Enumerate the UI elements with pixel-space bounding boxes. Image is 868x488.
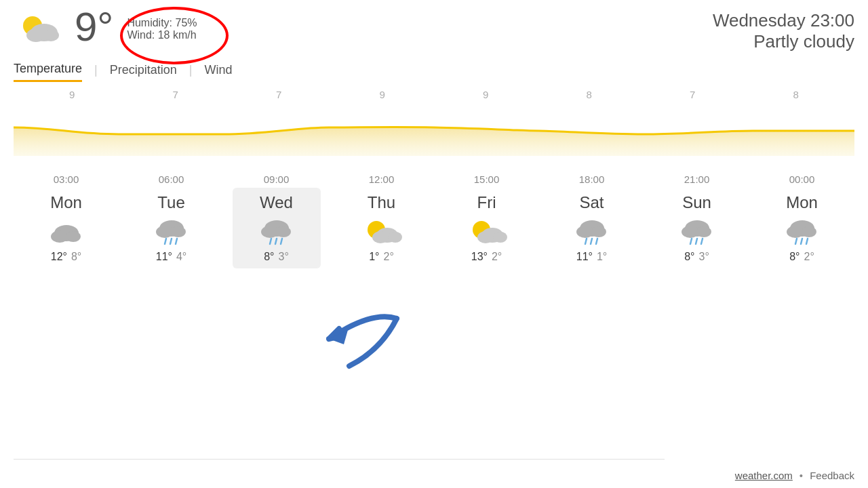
svg-line-31 (591, 239, 592, 244)
chart-label-2: 7 (262, 89, 296, 100)
day-temps-1: 11°4° (156, 251, 187, 263)
weather-source-link[interactable]: weather.com (735, 470, 793, 481)
time-1: 06:00 (127, 174, 216, 185)
day-cell-mon2: Mon 8°2° (758, 188, 846, 268)
day-temps-3: 1°2° (369, 251, 394, 263)
day-temps-0: 12°8° (51, 251, 82, 263)
time-7: 00:00 (758, 174, 846, 185)
footer-divider (14, 459, 665, 460)
svg-line-32 (596, 239, 597, 244)
svg-line-38 (701, 239, 703, 244)
footer-dot: • (800, 470, 803, 481)
svg-point-22 (389, 232, 402, 243)
svg-point-35 (696, 226, 711, 237)
svg-line-18 (281, 239, 282, 244)
day-cell-tue: Tue 11°4° (127, 188, 216, 268)
day-icon-0 (46, 216, 87, 247)
svg-point-15 (276, 226, 291, 237)
time-5: 18:00 (548, 174, 636, 185)
chart-label-1: 7 (159, 89, 193, 100)
day-name-6: Sun (682, 193, 711, 212)
chart-label-6: 7 (675, 89, 709, 100)
day-name-4: Fri (477, 193, 496, 212)
day-temps-4: 13°2° (471, 251, 502, 263)
top-right-info: Wednesday 23:00 Partly cloudy (713, 7, 854, 52)
day-temps-2: 8°3° (264, 251, 289, 263)
svg-line-30 (585, 239, 587, 244)
weather-details: Humidity: 75% Wind: 18 km/h (127, 17, 197, 41)
footer: weather.com • Feedback (735, 470, 854, 481)
svg-line-12 (176, 239, 177, 244)
day-icon-7 (782, 216, 823, 247)
svg-line-16 (270, 239, 271, 244)
svg-line-43 (801, 239, 802, 244)
day-name-7: Mon (786, 193, 818, 212)
day-name-0: Mon (50, 193, 82, 212)
tab-wind[interactable]: Wind (205, 59, 233, 81)
chart-label-4: 9 (469, 89, 502, 100)
feedback-link[interactable]: Feedback (810, 470, 854, 481)
svg-point-25 (477, 231, 494, 243)
day-temps-5: 11°1° (576, 251, 608, 263)
svg-line-36 (690, 239, 692, 244)
svg-point-2 (26, 28, 45, 42)
humidity-label: Humidity: 75% (127, 17, 197, 29)
svg-line-17 (275, 239, 277, 244)
tab-divider-1: | (94, 63, 98, 77)
svg-point-9 (171, 226, 186, 237)
day-cell-wed: Wed 8°3° (233, 188, 321, 268)
chart-label-5: 8 (572, 89, 606, 100)
current-temperature: 9° (75, 7, 113, 47)
time-row: 03:00 06:00 09:00 12:00 15:00 18:00 21:0… (0, 174, 868, 185)
day-cell-sat: Sat 11°1° (548, 188, 636, 268)
chart-label-7: 8 (779, 89, 813, 100)
blue-arrow-annotation (315, 298, 403, 375)
svg-line-10 (165, 239, 166, 244)
day-name-3: Thu (368, 193, 395, 212)
svg-point-26 (494, 232, 507, 243)
svg-line-44 (806, 239, 808, 244)
time-0: 03:00 (22, 174, 111, 185)
chart-label-3: 9 (366, 89, 399, 100)
wind-label: Wind: 18 km/h (127, 29, 197, 41)
day-cell-mon1: Mon 12°8° (22, 188, 111, 268)
chart-svg (14, 102, 854, 156)
day-icon-1 (151, 216, 192, 247)
weather-tabs: Temperature | Precipitation | Wind (0, 52, 868, 82)
top-section: 9° Humidity: 75% Wind: 18 km/h Wednesday… (0, 0, 868, 52)
svg-point-3 (43, 29, 59, 41)
svg-line-42 (795, 239, 797, 244)
day-temps-7: 8°2° (789, 251, 814, 263)
current-weather-icon (14, 7, 68, 47)
day-icon-4 (467, 216, 507, 247)
day-name-5: Sat (579, 193, 604, 212)
day-icon-6 (677, 216, 717, 247)
current-day-time: Wednesday 23:00 (713, 10, 854, 31)
svg-point-41 (802, 226, 816, 237)
svg-line-11 (170, 239, 172, 244)
temperature-chart: 9 7 7 9 9 8 7 8 (14, 89, 854, 170)
time-3: 12:00 (338, 174, 426, 185)
chart-labels: 9 7 7 9 9 8 7 8 (14, 89, 854, 100)
tab-precipitation[interactable]: Precipitation (110, 59, 177, 81)
svg-line-37 (696, 239, 697, 244)
day-cell-sun: Sun 8°3° (653, 188, 741, 268)
day-icon-5 (572, 216, 612, 247)
days-container: Mon 12°8° Tue 11°4° (0, 188, 868, 268)
day-temps-6: 8°3° (684, 251, 709, 263)
svg-point-6 (66, 231, 81, 242)
left-weather: 9° Humidity: 75% Wind: 18 km/h (14, 7, 197, 47)
day-icon-3 (361, 216, 402, 247)
chart-label-0: 9 (55, 89, 89, 100)
tab-divider-2: | (189, 63, 193, 77)
day-cell-thu: Thu 1°2° (338, 188, 426, 268)
svg-point-29 (591, 226, 606, 237)
svg-point-21 (372, 231, 389, 243)
day-name-1: Tue (157, 193, 184, 212)
time-2: 09:00 (233, 174, 321, 185)
day-icon-2 (256, 216, 297, 247)
current-condition: Partly cloudy (713, 31, 854, 52)
day-name-2: Wed (260, 193, 293, 212)
time-6: 21:00 (653, 174, 741, 185)
tab-temperature[interactable]: Temperature (14, 58, 82, 82)
